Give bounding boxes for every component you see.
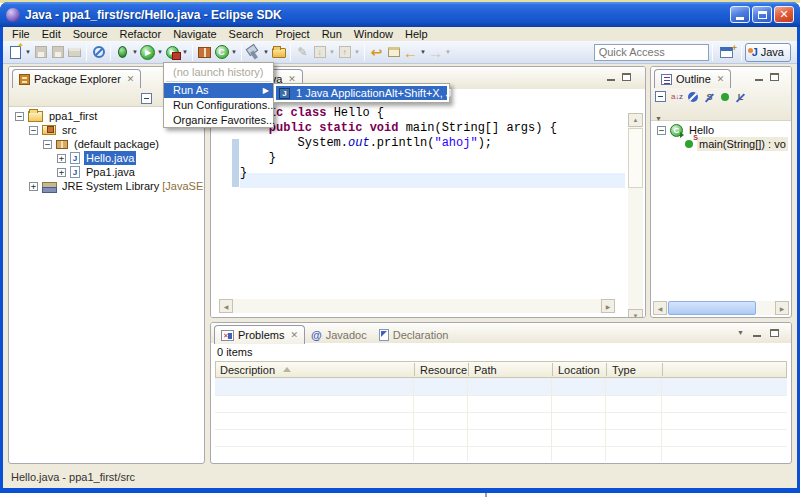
expand-toggle[interactable]: + xyxy=(29,182,38,191)
quick-access-input[interactable] xyxy=(594,44,709,61)
previous-annotation-button[interactable]: ↑ xyxy=(336,44,353,61)
hide-fields-icon[interactable] xyxy=(688,92,698,102)
open-perspective-button[interactable] xyxy=(716,43,738,62)
hide-static-members-icon[interactable]: S xyxy=(703,92,716,102)
menu-help[interactable]: Help xyxy=(399,27,434,41)
close-button[interactable]: ✕ xyxy=(774,6,794,23)
search-dropdown[interactable]: ▼ xyxy=(262,44,270,61)
collapse-all-icon[interactable] xyxy=(655,91,666,102)
menu-refactor[interactable]: Refactor xyxy=(114,27,168,41)
tab-declaration[interactable]: Declaration xyxy=(373,325,455,344)
run-dropdown[interactable]: ▼ xyxy=(156,44,164,61)
previous-annotation-dropdown[interactable]: ▼ xyxy=(353,44,361,61)
new-java-project-button[interactable] xyxy=(196,44,213,61)
column-separator[interactable] xyxy=(468,363,469,376)
menu-item-run-as[interactable]: Run As ▶ xyxy=(164,83,273,98)
column-separator[interactable] xyxy=(662,363,663,376)
last-edit-location-button[interactable]: ↩ xyxy=(368,44,385,61)
minimize-view-icon[interactable] xyxy=(753,335,761,337)
minimize-view-icon[interactable] xyxy=(607,79,615,81)
editor-horizontal-scrollbar[interactable]: ◀ ▶ xyxy=(219,299,615,313)
hide-local-types-icon[interactable]: L xyxy=(734,92,747,102)
run-button[interactable]: ▶ xyxy=(139,44,156,61)
maximize-view-icon[interactable] xyxy=(770,73,779,81)
scroll-left-icon[interactable]: ◀ xyxy=(219,299,233,313)
scroll-right-icon[interactable]: ▶ xyxy=(775,301,789,315)
sort-icon[interactable]: a↓z xyxy=(671,93,683,101)
collapse-toggle[interactable]: − xyxy=(15,112,24,121)
forward-dropdown[interactable]: ▼ xyxy=(444,44,452,61)
tree-item-jre-library[interactable]: + JRE System Library [JavaSE-1.7] xyxy=(9,179,204,193)
new-wizard-dropdown[interactable]: ▼ xyxy=(24,44,32,61)
close-tab-icon[interactable]: ✕ xyxy=(717,75,725,84)
skip-all-breakpoints-button[interactable] xyxy=(90,44,107,61)
back-button[interactable]: ← xyxy=(402,44,419,61)
maximize-view-icon[interactable] xyxy=(622,73,631,81)
column-header-type[interactable]: Type xyxy=(608,362,660,377)
menu-run[interactable]: Run xyxy=(316,27,348,41)
problems-table-body[interactable] xyxy=(215,378,787,461)
close-tab-icon[interactable]: ✕ xyxy=(127,75,135,84)
scroll-up-icon[interactable]: ▲ xyxy=(628,113,643,127)
minimize-button[interactable] xyxy=(730,6,750,23)
new-java-class-dropdown[interactable]: ▼ xyxy=(230,44,238,61)
column-header-resource[interactable]: Resource xyxy=(416,362,466,377)
menu-item-organize-favorites[interactable]: Organize Favorites... xyxy=(164,113,273,128)
collapse-toggle[interactable]: − xyxy=(29,126,38,135)
print-button[interactable] xyxy=(66,44,83,61)
debug-dropdown[interactable]: ▼ xyxy=(131,44,139,61)
link-with-editor-button[interactable] xyxy=(385,44,402,61)
tab-javadoc[interactable]: @ Javadoc xyxy=(305,325,373,344)
menu-window[interactable]: Window xyxy=(348,27,399,41)
minimize-view-icon[interactable] xyxy=(755,79,763,81)
save-all-button[interactable] xyxy=(49,44,66,61)
scroll-left-icon[interactable]: ◀ xyxy=(653,301,667,315)
scrollbar-thumb[interactable] xyxy=(628,128,643,188)
external-tools-dropdown[interactable]: ▼ xyxy=(181,44,189,61)
editor-vertical-scrollbar[interactable]: ▲ ▼ xyxy=(628,113,643,318)
tab-outline[interactable]: Outline ✕ xyxy=(654,69,731,88)
menu-project[interactable]: Project xyxy=(269,27,315,41)
hide-non-public-members-icon[interactable] xyxy=(721,93,729,101)
column-header-description[interactable]: Description xyxy=(216,362,410,377)
menu-navigate[interactable]: Navigate xyxy=(167,27,222,41)
tree-item-hello-java[interactable]: + J Hello.java xyxy=(9,151,204,165)
tab-problems[interactable]: Problems ✕ xyxy=(214,325,305,344)
column-header-path[interactable]: Path xyxy=(470,362,550,377)
forward-button[interactable]: → xyxy=(427,44,444,61)
scrollbar-thumb[interactable] xyxy=(668,301,756,315)
title-bar[interactable]: Java - ppa1_first/src/Hello.java - Eclip… xyxy=(0,2,800,27)
menu-item-run-configurations[interactable]: Run Configurations... xyxy=(164,98,273,113)
expand-toggle[interactable]: + xyxy=(57,168,66,177)
next-annotation-dropdown[interactable]: ▼ xyxy=(328,44,336,61)
view-menu-icon[interactable]: ▼ xyxy=(737,329,744,336)
column-separator[interactable] xyxy=(414,363,415,376)
column-separator[interactable] xyxy=(552,363,553,376)
expand-toggle[interactable]: + xyxy=(57,154,66,163)
outline-item-class[interactable]: − C Hello xyxy=(651,123,791,137)
new-java-class-button[interactable]: C xyxy=(213,44,230,61)
new-wizard-button[interactable] xyxy=(7,44,24,61)
outline-item-method[interactable]: main(String[]) : vo xyxy=(651,137,791,151)
search-button[interactable] xyxy=(245,44,262,61)
maximize-view-icon[interactable] xyxy=(770,329,779,337)
tree-item-ppa1-java[interactable]: + J Ppa1.java xyxy=(9,165,204,179)
scroll-right-icon[interactable]: ▶ xyxy=(601,299,615,313)
java-perspective-button[interactable]: J Java xyxy=(745,43,791,62)
next-annotation-button[interactable]: ↓ xyxy=(311,44,328,61)
back-dropdown[interactable]: ▼ xyxy=(419,44,427,61)
menu-search[interactable]: Search xyxy=(223,27,270,41)
tab-package-explorer[interactable]: Package Explorer ✕ xyxy=(12,69,141,88)
menu-source[interactable]: Source xyxy=(67,27,114,41)
collapse-toggle[interactable]: − xyxy=(657,126,666,135)
close-tab-icon[interactable]: ✕ xyxy=(290,331,298,340)
debug-button[interactable] xyxy=(114,44,131,61)
external-tools-button[interactable]: ▶ xyxy=(164,44,181,61)
open-task-button[interactable] xyxy=(270,44,287,61)
collapse-toggle[interactable]: − xyxy=(43,140,52,149)
save-button[interactable] xyxy=(32,44,49,61)
column-header-location[interactable]: Location xyxy=(554,362,604,377)
mark-occurrences-button[interactable]: ✎ xyxy=(294,44,311,61)
menu-item-java-application[interactable]: J 1 Java Application Alt+Shift+X, J xyxy=(276,86,447,100)
scroll-down-icon[interactable]: ▼ xyxy=(628,309,643,318)
